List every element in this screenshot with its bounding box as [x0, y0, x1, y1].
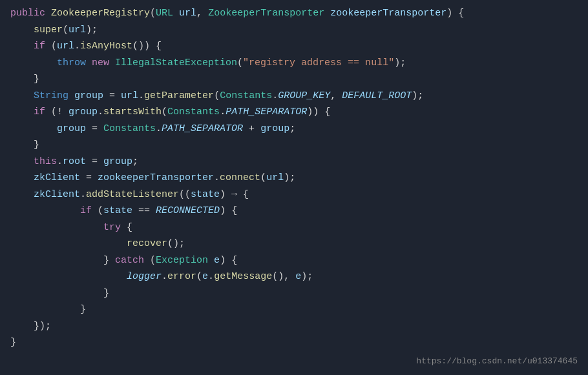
indent-1b	[10, 38, 34, 55]
code-container: public ZookeeperRegistry(URL url, Zookee…	[0, 0, 588, 375]
brace-close-2: }	[34, 137, 39, 154]
dot2: .	[138, 88, 144, 105]
field-root: root	[63, 154, 92, 170]
const-path-sep-1: PATH_SEPARATOR	[226, 104, 307, 121]
kw-if-1: if	[34, 38, 51, 55]
code-line-8: group = Constants.PATH_SEPARATOR + group…	[0, 121, 588, 137]
code-line-19: }	[0, 301, 588, 318]
dot9: .	[80, 187, 86, 203]
connect-args: (	[260, 170, 266, 187]
const-path-sep-2: PATH_SEPARATOR	[162, 121, 243, 137]
sw-open: (	[162, 104, 167, 121]
var-group-3: group	[57, 121, 92, 137]
plus-group: +	[243, 121, 260, 137]
var-e-3: e	[295, 269, 301, 285]
code-line-18: }	[0, 285, 588, 302]
var-url-1: url	[57, 38, 74, 55]
comma: ,	[196, 5, 208, 22]
dot5: .	[220, 104, 226, 121]
dbl-eq: ==	[138, 203, 156, 219]
dot8: .	[214, 170, 220, 187]
str-registry: "registry address == null"	[243, 55, 394, 72]
var-e: e	[214, 252, 220, 269]
space	[173, 5, 179, 22]
indent-1	[10, 22, 34, 39]
kw-if-2: if	[34, 104, 51, 121]
comma-2: ,	[330, 88, 342, 105]
code-line-3: if (url.isAnyHost()) {	[0, 38, 588, 55]
indent-1e	[10, 104, 34, 121]
method-getMessage: getMessage	[214, 269, 272, 285]
method-recover: recover	[127, 236, 167, 252]
semi-2: ;	[132, 154, 138, 170]
throw-open: (	[237, 55, 243, 72]
dot3: .	[272, 88, 278, 105]
sw-close-brace: )) {	[307, 104, 330, 121]
method-addStateListener: addStateListener	[86, 187, 179, 203]
catch-param	[208, 252, 214, 269]
try-brace: {	[127, 219, 132, 236]
kw-this: this	[34, 154, 57, 170]
cls-exception: Exception	[156, 252, 208, 269]
watermark: https://blog.csdn.net/u013374645	[416, 354, 578, 369]
indent-4c	[10, 285, 103, 302]
indent-3b	[10, 301, 80, 318]
code-line-16: } catch (Exception e) {	[0, 252, 588, 269]
type-transporter: ZookeeperTransporter	[208, 5, 324, 22]
dot7: .	[57, 154, 63, 170]
dot11: .	[208, 269, 214, 285]
cls-illegalstate: IllegalStateException	[115, 55, 237, 72]
indent-1c	[10, 71, 34, 88]
getmsg-args: (),	[272, 269, 295, 285]
kw-throw: throw	[57, 55, 92, 72]
getparam-close: );	[412, 88, 423, 105]
type-url: URL	[156, 5, 173, 22]
lambda-close: });	[34, 318, 51, 335]
dot1: .	[74, 38, 80, 55]
indent-1i	[10, 187, 34, 203]
error-open: (	[196, 269, 202, 285]
code-line-15: recover();	[0, 236, 588, 252]
indent-1j	[10, 318, 34, 335]
var-zktransporter: zookeeperTransporter	[98, 170, 214, 187]
var-group-2: group	[68, 104, 98, 121]
code-line-5: }	[0, 71, 588, 88]
arg-url-2: url	[266, 170, 284, 187]
code-line-1: public ZookeeperRegistry(URL url, Zookee…	[0, 5, 588, 22]
method-startsWith: startsWith	[103, 104, 162, 121]
var-state-1: state	[103, 203, 138, 219]
indent-2b	[10, 121, 57, 137]
var-e-2: e	[202, 269, 208, 285]
dot10: .	[162, 269, 167, 285]
brace-close-outer: }	[10, 334, 16, 351]
if-open: (	[51, 38, 57, 55]
asl-open: ((	[179, 187, 191, 203]
getparam-open: (	[214, 88, 220, 105]
var-url-2: url	[121, 88, 138, 105]
method-error: error	[167, 269, 196, 285]
catch-close: ) {	[220, 252, 237, 269]
code-line-11: zkClient = zookeeperTransporter.connect(…	[0, 170, 588, 187]
const-group-key: GROUP_KEY	[278, 88, 330, 105]
brace-close-5: }	[80, 301, 86, 318]
code-line-10: this.root = group;	[0, 154, 588, 170]
if2-open: (!	[51, 104, 68, 121]
semi-1: ;	[289, 121, 295, 137]
if3-close: ) {	[220, 203, 237, 219]
brace-close-1: }	[34, 71, 39, 88]
code-line-9: }	[0, 137, 588, 154]
const-reconnected: RECONNECTED	[156, 203, 220, 219]
eq-sign-2: =	[92, 121, 103, 137]
method-super: super	[34, 22, 63, 39]
indent-5	[10, 236, 127, 252]
var-zkclient-2: zkClient	[34, 187, 80, 203]
indent-1g	[10, 154, 34, 170]
cls-constants-2: Constants	[167, 104, 220, 121]
paren-close-brace: ) {	[446, 5, 464, 22]
code-line-6: String group = url.getParameter(Constant…	[0, 88, 588, 105]
cls-constants-1: Constants	[220, 88, 272, 105]
code-line-4: throw new IllegalStateException("registr…	[0, 55, 588, 72]
code-line-17: logger.error(e.getMessage(), e);	[0, 269, 588, 285]
code-line-13: if (state == RECONNECTED) {	[0, 203, 588, 219]
indent-5b	[10, 269, 127, 285]
